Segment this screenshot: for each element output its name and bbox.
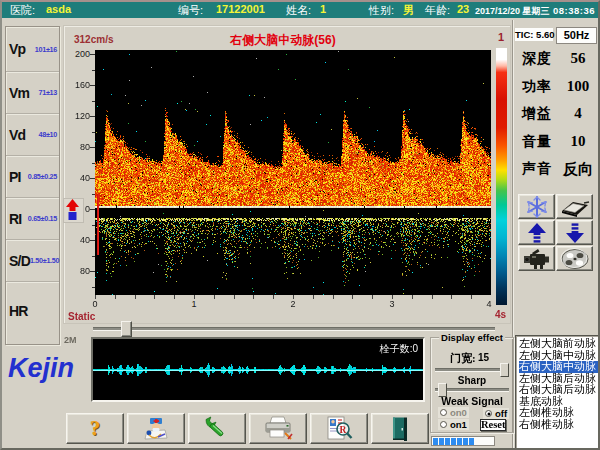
measurement-label: RI — [9, 211, 21, 227]
y-axis-tick-label: 80 — [68, 142, 90, 152]
output-wedge-icon — [560, 196, 590, 218]
sweep-length-label: 4s — [495, 309, 506, 320]
progress-segment — [469, 438, 474, 445]
report-icon: R — [325, 416, 353, 442]
measurement-label: Vm — [9, 85, 29, 101]
artery-listbox[interactable]: 左侧大脑前动脉左侧大脑中动脉右侧大脑中动脉左侧大脑后动脉右侧大脑后动脉基底动脉左… — [515, 335, 600, 450]
date-label: 2017/12/20 星期三 — [475, 5, 550, 18]
acq-param-row: 功率100 — [517, 78, 597, 94]
x-axis-tick-label: 3 — [387, 299, 397, 309]
patient-field-label: 医院: — [10, 3, 35, 18]
y-axis-tick-mark — [90, 178, 95, 179]
artery-item[interactable]: 左侧椎动脉 — [519, 407, 600, 419]
gate-width-slider-thumb[interactable] — [500, 363, 509, 377]
artery-item-selected[interactable]: 右侧大脑中动脉 — [519, 361, 600, 373]
patient-icon-glyph — [142, 416, 170, 442]
x-axis-tick-label: 0 — [90, 299, 100, 309]
progress-segment — [463, 438, 468, 445]
y-axis-tick-mark — [92, 287, 95, 288]
acq-param-value: 100 — [557, 78, 599, 95]
gate-width-value: 15 — [478, 352, 489, 363]
wrench-icon — [203, 416, 231, 442]
patient-button[interactable] — [127, 413, 185, 444]
radio-circle-on1[interactable] — [440, 421, 447, 428]
print-button[interactable] — [249, 413, 307, 444]
y-axis-tick-label: 120 — [68, 111, 90, 121]
acq-param-label: 音量 — [522, 133, 552, 151]
y-axis-tick-mark — [92, 256, 95, 257]
exit-door-icon-glyph — [390, 416, 410, 442]
doppler-colorbar — [496, 48, 507, 305]
mode-label: Static — [68, 311, 95, 322]
printer-icon-glyph — [262, 416, 294, 442]
patient-field-value: 1 — [320, 3, 326, 15]
channel-number: 1 — [498, 31, 504, 43]
acq-param-label: 声音 — [522, 160, 552, 178]
measurement-row-pi: PI0.85±0.25 — [6, 156, 59, 198]
setup-button[interactable] — [188, 413, 246, 444]
help-button[interactable]: ? — [66, 413, 124, 444]
patient-field-value: asda — [46, 3, 71, 15]
film-reel-icon — [560, 247, 590, 271]
weak-signal-off-radio[interactable]: off — [483, 408, 509, 419]
cine-button[interactable] — [556, 246, 593, 271]
acq-param-value: 10 — [557, 133, 599, 150]
snapshot-button[interactable] — [518, 246, 555, 271]
scale-down-button[interactable] — [556, 220, 593, 245]
wrench-icon-glyph — [203, 416, 231, 442]
x-axis-minor-ticks — [95, 295, 491, 299]
time-scroll-thumb[interactable] — [121, 321, 132, 337]
radio-label-on1: on1 — [450, 420, 467, 430]
patient-field-value: 23 — [457, 3, 469, 15]
y-axis-tick-mark — [92, 194, 95, 195]
patient-field-label: 编号: — [178, 3, 203, 18]
artery-item[interactable]: 左侧大脑前动脉 — [519, 338, 600, 350]
y-axis-tick-mark — [90, 147, 95, 148]
output-button[interactable] — [556, 194, 593, 219]
progress-segment — [457, 438, 462, 445]
tcd-application-window: 医院:asda编号:17122001姓名:1性别:男年龄:232017/12/2… — [0, 0, 600, 450]
gate-width-slider-track[interactable] — [435, 368, 509, 372]
sweep-frequency-button[interactable]: 50Hz — [556, 27, 597, 44]
y-axis-tick-mark — [90, 85, 95, 86]
report-button[interactable]: R — [310, 413, 368, 444]
measurement-value: 0.65±0.15 — [28, 214, 57, 223]
reset-button[interactable]: Reset — [480, 419, 506, 431]
measurement-label: S/D — [9, 253, 30, 269]
time-label: 08:38:36 — [553, 5, 595, 16]
freeze-button[interactable] — [518, 194, 555, 219]
acq-param-value: 反向 — [557, 160, 599, 179]
x-axis-tick-label: 1 — [189, 299, 199, 309]
y-axis-tick-label: 40 — [68, 235, 90, 245]
arrow-down-icon-glyph — [565, 222, 585, 244]
measurement-row-hr: HR — [6, 282, 59, 340]
y-axis-tick-mark — [92, 163, 95, 164]
radio-circle-off[interactable] — [485, 410, 492, 417]
tic-value: TIC: 5.60 — [515, 28, 553, 41]
brand-logo: Kejin — [8, 353, 80, 384]
emboli-count-label: 栓子数:0 — [380, 342, 418, 356]
scale-up-button[interactable] — [518, 220, 555, 245]
exit-button[interactable] — [371, 413, 429, 444]
patient-field-value: 17122001 — [216, 3, 265, 15]
weak-signal-on0-radio[interactable]: on0 — [438, 407, 469, 418]
baseline-shift-button[interactable] — [63, 198, 84, 223]
measurement-row-vd: Vd48±10 — [6, 114, 59, 156]
weak-signal-on1-radio[interactable]: on1 — [438, 419, 469, 430]
acq-param-row: 增益4 — [517, 105, 597, 121]
measurement-value: 0.85±0.25 — [28, 172, 57, 181]
y-axis-tick-mark — [90, 240, 95, 241]
radio-circle-on0[interactable] — [440, 409, 447, 416]
camera-icon-glyph — [522, 248, 552, 270]
svg-text:R: R — [340, 424, 347, 434]
snowflake-icon-glyph — [525, 195, 549, 219]
measurement-sidebar: Vp101±16Vm71±13Vd48±10PI0.85±0.25RI0.65±… — [5, 26, 60, 345]
time-scroll-track[interactable] — [93, 327, 495, 331]
spectrum-title: 右侧大脑中动脉(56) — [230, 32, 335, 49]
artery-item[interactable]: 右侧大脑后动脉 — [519, 384, 600, 396]
artery-item[interactable]: 右侧椎动脉 — [519, 419, 600, 431]
sharp-label: Sharp — [458, 375, 486, 386]
camera-icon — [522, 248, 552, 270]
acq-param-label: 深度 — [522, 50, 552, 68]
y-axis-tick-mark — [92, 70, 95, 71]
